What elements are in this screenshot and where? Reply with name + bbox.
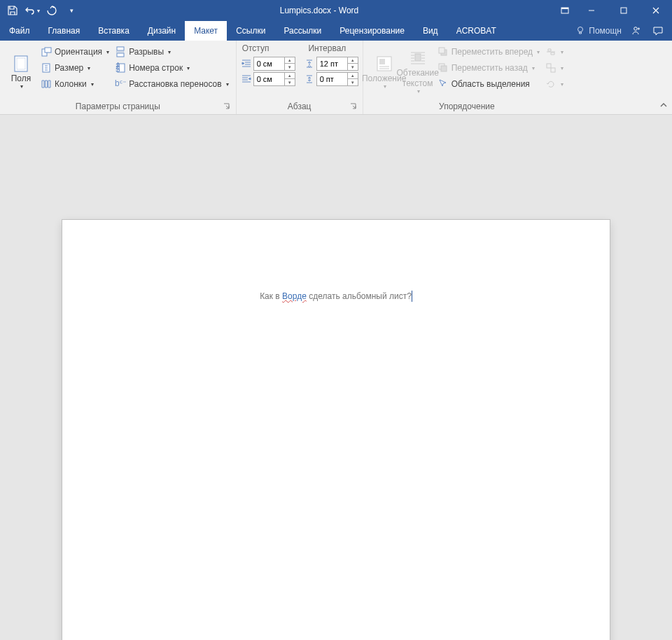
tab-review[interactable]: Рецензирование <box>330 21 414 41</box>
tab-home[interactable]: Главная <box>39 21 90 41</box>
space-before-icon <box>304 58 315 69</box>
margins-icon <box>10 54 32 74</box>
maximize-button[interactable] <box>608 0 640 21</box>
margins-button[interactable]: Поля ▾ <box>4 43 38 100</box>
hyphenation-button[interactable]: bᶜ⁻Расстановка переносов▾ <box>112 77 232 91</box>
space-after-field[interactable]: 0 пт▲▼ <box>316 72 358 86</box>
line-numbers-label: Номера строк <box>129 63 183 73</box>
size-button[interactable]: Размер▾ <box>38 61 112 75</box>
indent-right-value: 0 см <box>254 75 284 83</box>
minimize-button[interactable] <box>575 0 608 21</box>
tab-design[interactable]: Дизайн <box>139 21 185 41</box>
close-button[interactable] <box>640 0 672 21</box>
paragraph-launcher[interactable] <box>349 102 358 111</box>
group-arrange-label: Упорядочение <box>439 102 495 111</box>
ribbon: Поля ▾ Ориентация▾ Размер▾ Колонки▾ Разр… <box>0 41 672 115</box>
close-icon <box>650 5 662 16</box>
chevron-down-icon: ▾ <box>88 65 90 71</box>
bring-forward-label: Переместить вперед <box>451 47 533 57</box>
chevron-down-icon: ▾ <box>187 65 190 71</box>
tab-acrobat[interactable]: ACROBAT <box>447 21 505 41</box>
undo-icon <box>24 5 36 16</box>
tab-references[interactable]: Ссылки <box>227 21 274 41</box>
chevron-down-icon: ▾ <box>561 81 564 88</box>
indent-right-up[interactable]: ▲ <box>285 73 295 79</box>
share-button[interactable] <box>627 22 644 39</box>
chevron-down-icon: ▾ <box>226 81 229 88</box>
tab-layout[interactable]: Макет <box>185 21 227 41</box>
window-title: Lumpics.docx - Word <box>84 6 554 15</box>
chevron-down-icon: ▾ <box>37 8 40 14</box>
page[interactable]: Как в Ворде сделать альбомный лист? <box>62 220 610 640</box>
document-area[interactable]: Как в Ворде сделать альбомный лист? <box>0 115 672 640</box>
space-before-down[interactable]: ▼ <box>348 64 358 70</box>
qat-customize-button[interactable]: ▾ <box>63 2 80 19</box>
svg-rect-3 <box>621 8 626 13</box>
page-setup-launcher[interactable] <box>222 102 232 111</box>
selection-pane-button[interactable]: Область выделения <box>435 77 542 91</box>
breaks-button[interactable]: Разрывы▾ <box>112 45 232 59</box>
document-text[interactable]: Как в Ворде сделать альбомный лист? <box>111 290 561 302</box>
indent-left-field[interactable]: 0 см▲▼ <box>253 57 295 71</box>
group-objects-button: ▾ <box>542 61 566 75</box>
tab-insert[interactable]: Вставка <box>89 21 139 41</box>
ribbon-options-icon <box>559 5 570 16</box>
margins-label: Поля <box>11 74 31 83</box>
tab-file[interactable]: Файл <box>0 21 39 41</box>
group-paragraph: Отступ Интервал 0 см▲▼ 12 пт▲▼ 0 см▲▼ 0 … <box>237 41 363 114</box>
svg-rect-22 <box>439 48 444 53</box>
save-icon <box>7 5 18 16</box>
indent-right-icon <box>241 74 252 85</box>
send-backward-button: Переместить назад▾ <box>435 61 542 75</box>
columns-button[interactable]: Колонки▾ <box>38 77 112 91</box>
share-icon <box>630 25 641 36</box>
svg-rect-19 <box>379 59 385 64</box>
text-run-2: Ворде <box>282 291 307 301</box>
ribbon-display-options-button[interactable] <box>554 0 575 21</box>
indent-left-down[interactable]: ▼ <box>285 64 295 70</box>
text-run-1: Как в <box>260 291 282 301</box>
space-after-value: 0 пт <box>317 75 347 83</box>
indent-right-field[interactable]: 0 см▲▼ <box>253 72 295 86</box>
line-numbers-button[interactable]: 123Номера строк▾ <box>112 61 232 75</box>
selection-pane-label: Область выделения <box>451 79 530 89</box>
comments-button[interactable] <box>650 22 666 39</box>
save-button[interactable] <box>4 2 21 19</box>
wrap-text-icon <box>407 48 429 68</box>
space-before-value: 12 пт <box>317 60 347 68</box>
group-page-setup: Поля ▾ Ориентация▾ Размер▾ Колонки▾ Разр… <box>0 41 237 114</box>
indent-left-icon <box>241 58 252 69</box>
columns-label: Колонки <box>55 79 87 89</box>
space-before-field[interactable]: 12 пт▲▼ <box>316 57 358 71</box>
text-cursor <box>412 291 412 302</box>
size-label: Размер <box>55 63 83 73</box>
rotate-button: ▾ <box>542 77 566 91</box>
indent-left-up[interactable]: ▲ <box>285 57 295 64</box>
orientation-button[interactable]: Ориентация▾ <box>38 45 112 59</box>
svg-text:bᶜ⁻: bᶜ⁻ <box>115 78 126 88</box>
align-button: ▾ <box>542 45 566 59</box>
tab-view[interactable]: Вид <box>414 21 447 41</box>
space-before-up[interactable]: ▲ <box>348 57 358 64</box>
collapse-ribbon-button[interactable] <box>659 101 668 111</box>
space-after-up[interactable]: ▲ <box>348 73 358 79</box>
comments-icon <box>652 25 664 36</box>
size-icon <box>41 62 52 74</box>
minimize-icon <box>586 5 597 16</box>
undo-button[interactable]: ▾ <box>24 2 41 19</box>
rotate-icon <box>545 78 556 90</box>
maximize-icon <box>618 5 629 16</box>
redo-icon <box>46 5 57 16</box>
svg-rect-26 <box>551 68 555 72</box>
tell-me-search[interactable]: Помощн <box>575 25 622 36</box>
group-arrange: Положение▾ Обтекание текстом▾ Переместит… <box>363 41 570 114</box>
indent-right-down[interactable]: ▼ <box>285 79 295 85</box>
svg-point-4 <box>578 27 583 32</box>
chevron-down-icon: ▾ <box>20 83 23 90</box>
window-controls <box>554 0 672 21</box>
line-numbers-icon: 123 <box>115 62 126 74</box>
space-after-down[interactable]: ▼ <box>348 79 358 85</box>
tab-mailings[interactable]: Рассылки <box>274 21 330 41</box>
redo-button[interactable] <box>43 2 60 19</box>
wrap-text-button: Обтекание текстом▾ <box>401 43 435 100</box>
